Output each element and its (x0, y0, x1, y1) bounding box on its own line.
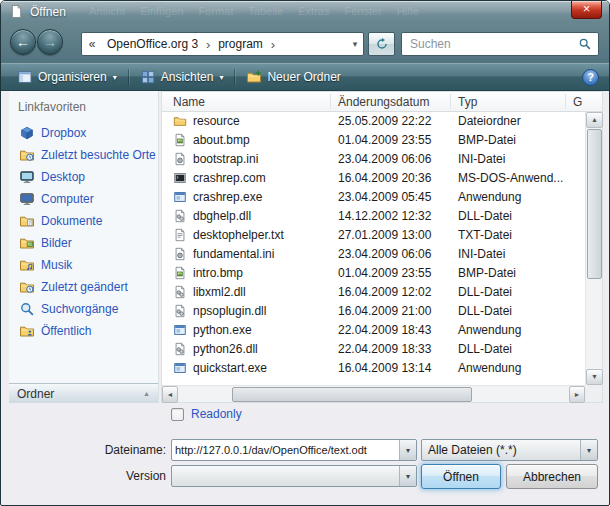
sidebar-item-public[interactable]: Öffentlich (9, 320, 158, 342)
file-type: INI-Datei (458, 247, 505, 261)
sidebar-item-recent-places[interactable]: Zuletzt besuchte Orte (9, 144, 158, 166)
ini-file-icon (173, 152, 187, 166)
file-type: Anwendung (458, 361, 521, 375)
horizontal-scrollbar[interactable]: ◄ ► (162, 385, 585, 402)
back-button[interactable]: ← (10, 29, 36, 55)
filetype-dropdown-icon[interactable]: ▾ (580, 440, 597, 460)
breadcrumb-overflow-button[interactable]: « (82, 37, 102, 51)
file-row[interactable]: libxml2.dll 16.04.2009 12:02 DLL-Datei (162, 283, 585, 302)
sidebar-item-label: Öffentlich (41, 324, 91, 338)
folders-bar[interactable]: Ordner ▲ (9, 383, 158, 403)
command-toolbar: Organisieren ▾ Ansichten ▾ Neuer Ordner … (1, 63, 609, 91)
sidebar-item-pictures[interactable]: Bilder (9, 232, 158, 254)
background-menu-text: Ansicht Einfügen Format Tabelle Extras F… (89, 5, 419, 17)
file-type: DLL-Datei (458, 342, 512, 356)
file-name: fundamental.ini (193, 247, 274, 261)
column-header-date[interactable]: Änderungsdatum (338, 95, 429, 109)
horizontal-scroll-thumb[interactable] (232, 387, 472, 402)
breadcrumb-segment-program[interactable]: program (213, 37, 268, 51)
file-row[interactable]: resource 25.05.2009 22:22 Dateiordner (162, 112, 585, 131)
scroll-right-button[interactable]: ► (569, 386, 585, 403)
filename-input[interactable] (172, 441, 399, 459)
filename-combobox[interactable]: ▾ (171, 439, 417, 461)
file-row[interactable]: npsoplugin.dll 16.04.2009 21:00 DLL-Date… (162, 302, 585, 321)
file-date: 23.04.2009 06:06 (338, 152, 431, 166)
file-name: python26.dll (193, 342, 258, 356)
sidebar-item-label: Zuletzt besuchte Orte (41, 148, 156, 162)
filename-dropdown-icon[interactable]: ▾ (399, 440, 416, 460)
sidebar-item-computer[interactable]: Computer (9, 188, 158, 210)
sidebar-item-documents[interactable]: Dokumente (9, 210, 158, 232)
refresh-button[interactable] (368, 32, 395, 56)
help-button[interactable]: ? (582, 69, 599, 86)
recent-places-icon (19, 147, 35, 163)
organize-label: Organisieren (38, 70, 107, 84)
file-date: 16.04.2009 13:14 (338, 361, 431, 375)
search-box[interactable]: Suchen (401, 32, 599, 56)
file-date: 23.04.2009 05:45 (338, 190, 431, 204)
file-type: BMP-Datei (458, 266, 516, 280)
file-row[interactable]: quickstart.exe 16.04.2009 13:14 Anwendun… (162, 359, 585, 378)
dropbox-icon (19, 125, 35, 141)
scroll-down-button[interactable]: ▼ (586, 369, 603, 385)
bmp-file-icon (173, 133, 187, 147)
file-name: bootstrap.ini (193, 152, 258, 166)
breadcrumb-dropdown-icon[interactable]: ▾ (347, 39, 363, 49)
file-row[interactable]: intro.bmp 01.04.2009 23:55 BMP-Datei (162, 264, 585, 283)
vertical-scrollbar[interactable]: ▲ ▼ (585, 112, 602, 385)
cancel-button[interactable]: Abbrechen (506, 464, 598, 489)
file-date: 25.05.2009 22:22 (338, 114, 431, 128)
close-button[interactable]: × (571, 1, 602, 19)
file-type: BMP-Datei (458, 133, 516, 147)
file-row[interactable]: bootstrap.ini 23.04.2009 06:06 INI-Datei (162, 150, 585, 169)
vertical-scroll-thumb[interactable] (587, 129, 602, 279)
organize-button[interactable]: Organisieren ▾ (9, 66, 125, 88)
recently-changed-icon (19, 279, 35, 295)
title-bar: Ansicht Einfügen Format Tabelle Extras F… (1, 1, 609, 23)
column-header-size[interactable]: G (573, 95, 582, 109)
filetype-value: Alle Dateien (*.*) (422, 443, 580, 457)
file-name: desktophelper.txt (193, 228, 284, 242)
filetype-combobox[interactable]: Alle Dateien (*.*) ▾ (421, 439, 598, 461)
column-header-name[interactable]: Name (173, 95, 205, 109)
folder-icon (173, 114, 187, 128)
sidebar-item-label: Bilder (41, 236, 72, 250)
readonly-checkbox[interactable] (171, 408, 184, 421)
file-row[interactable]: desktophelper.txt 27.01.2009 13:00 TXT-D… (162, 226, 585, 245)
favorites-header: Linkfavoriten (9, 91, 158, 122)
public-folder-icon (19, 323, 35, 339)
file-row[interactable]: crashrep.exe 23.04.2009 05:45 Anwendung (162, 188, 585, 207)
searches-icon (19, 301, 35, 317)
file-row[interactable]: python.exe 22.04.2009 18:43 Anwendung (162, 321, 585, 340)
forward-button[interactable]: → (37, 29, 63, 55)
column-header-type[interactable]: Typ (458, 95, 477, 109)
sidebar-item-music[interactable]: Musik (9, 254, 158, 276)
sidebar-item-searches[interactable]: Suchvorgänge (9, 298, 158, 320)
version-combobox[interactable]: ▾ (171, 465, 417, 487)
sidebar-item-recently-changed[interactable]: Zuletzt geändert (9, 276, 158, 298)
sidebar-item-dropbox[interactable]: Dropbox (9, 122, 158, 144)
dll-file-icon (173, 285, 187, 299)
scroll-left-button[interactable]: ◄ (162, 386, 178, 403)
open-button[interactable]: Öffnen (421, 464, 501, 489)
breadcrumb[interactable]: « OpenOffice.org 3 › program › ▾ (81, 32, 364, 56)
column-divider (565, 94, 566, 109)
file-row[interactable]: crashrep.com 16.04.2009 20:36 MS-DOS-Anw… (162, 169, 585, 188)
version-dropdown-icon[interactable]: ▾ (399, 466, 416, 486)
scroll-up-button[interactable]: ▲ (586, 112, 603, 128)
file-date: 22.04.2009 18:43 (338, 323, 431, 337)
file-row[interactable]: dbghelp.dll 14.12.2002 12:32 DLL-Datei (162, 207, 585, 226)
file-type: Anwendung (458, 323, 521, 337)
file-row[interactable]: fundamental.ini 23.04.2009 06:06 INI-Dat… (162, 245, 585, 264)
search-placeholder: Suchen (408, 37, 578, 51)
file-name: quickstart.exe (193, 361, 267, 375)
file-type: TXT-Datei (458, 228, 512, 242)
sidebar-item-desktop[interactable]: Desktop (9, 166, 158, 188)
new-folder-button[interactable]: Neuer Ordner (238, 66, 348, 88)
dll-file-icon (173, 209, 187, 223)
file-row[interactable]: about.bmp 01.04.2009 23:55 BMP-Datei (162, 131, 585, 150)
file-row[interactable]: python26.dll 22.04.2009 18:33 DLL-Datei (162, 340, 585, 359)
views-button[interactable]: Ansichten ▾ (132, 66, 232, 88)
breadcrumb-segment-openoffice[interactable]: OpenOffice.org 3 (102, 37, 203, 51)
breadcrumb-separator-icon: › (268, 37, 278, 52)
